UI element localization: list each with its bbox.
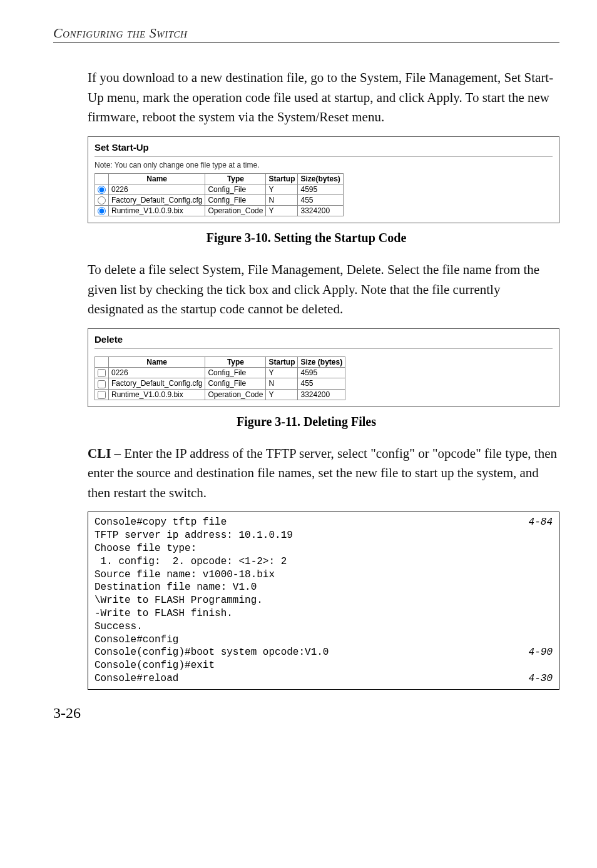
- col-type: Type: [205, 356, 266, 367]
- cli-line: Console#copy tftp file4-84: [94, 516, 553, 529]
- set-startup-rule: [94, 156, 553, 157]
- cli-text: Console(config)#boot system opcode:V1.0: [94, 646, 524, 659]
- col-type: Type: [205, 173, 266, 184]
- paragraph-3: CLI – Enter the IP address of the TFTP s…: [88, 444, 559, 503]
- cli-line: Success.: [94, 620, 553, 633]
- drow3-startup: Y: [266, 389, 298, 400]
- cli-line: 1. config: 2. opcode: <1-2>: 2: [94, 555, 553, 568]
- cli-line: Destination file name: V1.0: [94, 581, 553, 594]
- table-row: Runtime_V1.0.0.9.bix Operation_Code Y 33…: [95, 206, 344, 216]
- cli-text: 1. config: 2. opcode: <1-2>: 2: [94, 555, 553, 568]
- cli-line: Console(config)#exit: [94, 659, 553, 672]
- set-startup-title: Set Start-Up: [94, 142, 553, 153]
- delete-title: Delete: [94, 334, 553, 345]
- drow2-name: Factory_Default_Config.cfg: [109, 378, 205, 389]
- row1-radio[interactable]: [98, 186, 106, 194]
- drow1-type: Config_File: [205, 367, 266, 378]
- figure-set-startup: Set Start-Up Note: You can only change o…: [88, 136, 559, 224]
- table-header-row: Name Type Startup Size (bytes): [95, 356, 345, 367]
- table-header-row: Name Type Startup Size(bytes): [95, 173, 344, 184]
- figure-caption-1: Figure 3-10. Setting the Startup Code: [53, 231, 559, 245]
- drow1-name: 0226: [109, 367, 205, 378]
- header-rule: [53, 43, 559, 43]
- table-row: 0226 Config_File Y 4595: [95, 184, 344, 194]
- cli-text: \Write to FLASH Programming.: [94, 594, 553, 607]
- cli-line: Source file name: v1000-18.bix: [94, 568, 553, 582]
- cli-line: Choose file type:: [94, 542, 553, 555]
- drow3-type: Operation_Code: [205, 389, 266, 400]
- header-text: Configuring the Switch: [53, 25, 187, 41]
- row1-size: 4595: [298, 184, 343, 194]
- cli-text: Console#copy tftp file: [94, 516, 524, 529]
- drow1-check[interactable]: [98, 369, 106, 377]
- drow3-size: 3324200: [298, 389, 345, 400]
- drow3-name: Runtime_V1.0.0.9.bix: [109, 389, 205, 400]
- cli-line: Console#config: [94, 633, 553, 647]
- col-startup: Startup: [266, 173, 298, 184]
- cli-line: TFTP server ip address: 10.1.0.19: [94, 529, 553, 542]
- running-header: Configuring the Switch: [53, 25, 559, 41]
- table-row: 0226 Config_File Y 4595: [95, 367, 345, 378]
- page-number: 3-26: [53, 705, 559, 722]
- drow2-startup: N: [266, 378, 298, 389]
- cli-ref: 4-30: [524, 672, 553, 685]
- row3-radio[interactable]: [98, 207, 106, 215]
- cli-line: \Write to FLASH Programming.: [94, 594, 553, 607]
- col-name: Name: [109, 173, 205, 184]
- cli-ref: 4-84: [524, 516, 553, 529]
- row1-name: 0226: [109, 184, 205, 194]
- cli-ref: 4-90: [524, 646, 553, 659]
- delete-rule: [94, 348, 553, 349]
- col-name: Name: [109, 356, 205, 367]
- cli-text: Console(config)#exit: [94, 659, 553, 672]
- row1-type: Config_File: [205, 184, 266, 194]
- cli-para-text: – Enter the IP address of the TFTP serve…: [88, 446, 557, 500]
- table-row: Runtime_V1.0.0.9.bix Operation_Code Y 33…: [95, 389, 345, 400]
- row3-size: 3324200: [298, 206, 343, 216]
- col-select: [95, 356, 109, 367]
- col-startup: Startup: [266, 356, 298, 367]
- drow2-size: 455: [298, 378, 345, 389]
- set-startup-note: Note: You can only change one file type …: [94, 161, 553, 169]
- drow2-check[interactable]: [98, 380, 106, 388]
- figure-delete: Delete Name Type Startup Size (bytes) 02…: [88, 328, 559, 407]
- row2-radio[interactable]: [98, 196, 106, 204]
- cli-text: Destination file name: V1.0: [94, 581, 553, 594]
- cli-label: CLI: [88, 446, 111, 461]
- table-row: Factory_Default_Config.cfg Config_File N…: [95, 378, 345, 389]
- row2-startup: N: [266, 194, 298, 205]
- cli-text: Console#reload: [94, 672, 524, 685]
- paragraph-2: To delete a file select System, File Man…: [88, 260, 559, 320]
- cli-line: -Write to FLASH finish.: [94, 607, 553, 620]
- figure-caption-2: Figure 3-11. Deleting Files: [53, 415, 559, 429]
- drow1-size: 4595: [298, 367, 345, 378]
- drow2-type: Config_File: [205, 378, 266, 389]
- cli-text: TFTP server ip address: 10.1.0.19: [94, 529, 553, 542]
- cli-line: Console#reload4-30: [94, 672, 553, 685]
- table-row: Factory_Default_Config.cfg Config_File N…: [95, 194, 344, 205]
- cli-text: Console#config: [94, 633, 553, 647]
- row1-startup: Y: [266, 184, 298, 194]
- cli-line: Console(config)#boot system opcode:V1.04…: [94, 646, 553, 659]
- drow3-check[interactable]: [98, 391, 106, 399]
- cli-output-box: Console#copy tftp file4-84TFTP server ip…: [88, 512, 559, 689]
- col-size: Size (bytes): [298, 356, 345, 367]
- set-startup-table: Name Type Startup Size(bytes) 0226 Confi…: [94, 173, 344, 217]
- drow1-startup: Y: [266, 367, 298, 378]
- row3-name: Runtime_V1.0.0.9.bix: [109, 206, 205, 216]
- cli-text: Choose file type:: [94, 542, 553, 555]
- paragraph-1: If you download to a new destination fil…: [88, 68, 559, 128]
- row3-type: Operation_Code: [205, 206, 266, 216]
- row3-startup: Y: [266, 206, 298, 216]
- col-size: Size(bytes): [298, 173, 343, 184]
- delete-table: Name Type Startup Size (bytes) 0226 Conf…: [94, 356, 345, 400]
- row2-type: Config_File: [205, 194, 266, 205]
- cli-text: Source file name: v1000-18.bix: [94, 568, 553, 582]
- row2-name: Factory_Default_Config.cfg: [109, 194, 205, 205]
- row2-size: 455: [298, 194, 343, 205]
- cli-text: Success.: [94, 620, 553, 633]
- col-select: [95, 173, 109, 184]
- cli-text: -Write to FLASH finish.: [94, 607, 553, 620]
